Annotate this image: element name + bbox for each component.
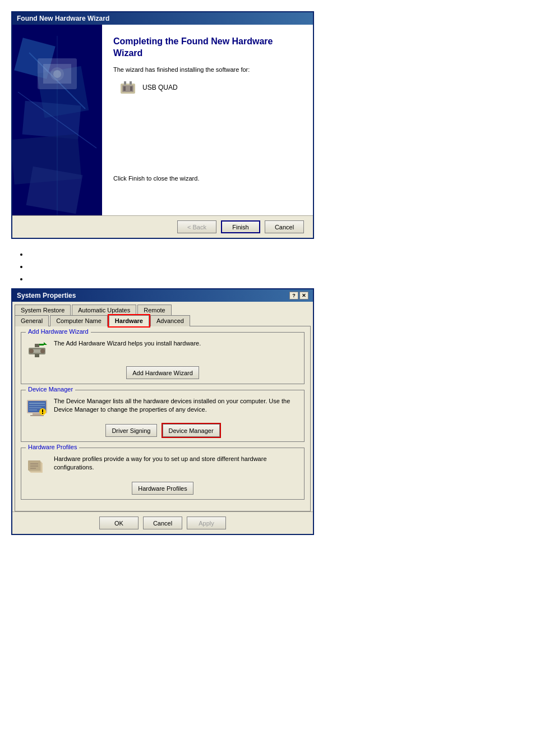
svg-rect-23 <box>35 344 39 347</box>
add-hw-icon <box>26 339 48 362</box>
tab-row-2: General Computer Name Hardware Advanced <box>15 315 311 326</box>
device-manager-button[interactable]: Device Manager <box>163 424 220 437</box>
bullet-3 <box>28 275 507 283</box>
wizard-main-heading: Completing the Found New Hardware Wizard <box>113 36 302 59</box>
wizard-footer: < Back Finish Cancel <box>12 215 313 238</box>
ok-button[interactable]: OK <box>99 517 139 529</box>
wizard-description: The wizard has finished installing the s… <box>113 66 302 73</box>
svg-rect-15 <box>123 86 126 91</box>
svg-marker-25 <box>44 342 47 345</box>
device-mgr-text: The Device Manager lists all the hardwar… <box>54 397 299 414</box>
bullet-2 <box>28 262 507 270</box>
sysprop-title: System Properties <box>17 292 76 299</box>
apply-button[interactable]: Apply <box>187 517 226 529</box>
svg-rect-40 <box>28 460 40 471</box>
hw-profiles-content: Hardware profiles provide a way for you … <box>26 453 299 477</box>
tab-system-restore[interactable]: System Restore <box>15 305 71 315</box>
svg-rect-36 <box>42 409 43 412</box>
svg-rect-18 <box>130 81 132 85</box>
svg-rect-34 <box>30 415 44 416</box>
add-hw-buttons: Add Hardware Wizard <box>26 366 299 379</box>
back-button[interactable]: < Back <box>177 220 216 233</box>
svg-rect-16 <box>130 86 132 91</box>
system-properties-window: System Properties ? ✕ System Restore Aut… <box>11 288 314 535</box>
tab-automatic-updates[interactable]: Automatic Updates <box>72 305 136 315</box>
device-manager-group: Device Manager <box>21 390 305 442</box>
svg-rect-17 <box>124 81 126 85</box>
bullet-1 <box>28 250 507 258</box>
wizard-titlebar: Found New Hardware Wizard <box>12 12 313 25</box>
svg-rect-24 <box>35 354 39 357</box>
add-hardware-wizard-button[interactable]: Add Hardware Wizard <box>126 366 199 379</box>
hw-profiles-icon <box>26 455 48 477</box>
titlebar-buttons: ? ✕ <box>289 292 308 299</box>
add-hardware-wizard-group: Add Hardware Wizard <box>21 332 305 384</box>
wizard-content: Completing the Found New Hardware Wizard… <box>102 25 313 215</box>
svg-rect-26 <box>39 344 44 345</box>
svg-point-22 <box>40 349 45 353</box>
driver-signing-button[interactable]: Driver Signing <box>105 424 156 437</box>
hardware-tab-content: Add Hardware Wizard <box>15 326 311 511</box>
sysprop-cancel-button[interactable]: Cancel <box>143 517 182 529</box>
wizard-sidebar <box>12 25 102 215</box>
add-hw-text: The Add Hardware Wizard helps you instal… <box>54 339 299 348</box>
tab-general[interactable]: General <box>15 315 49 326</box>
svg-point-12 <box>53 70 61 78</box>
hardware-profiles-button[interactable]: Hardware Profiles <box>132 482 193 495</box>
usb-icon <box>119 79 137 96</box>
tab-row-1: System Restore Automatic Updates Remote <box>15 304 311 315</box>
tab-bar: System Restore Automatic Updates Remote … <box>12 302 313 326</box>
hardware-profiles-group: Hardware Profiles Hardware profiles prov… <box>21 448 305 500</box>
finish-button[interactable]: Finish <box>221 220 260 233</box>
device-mgr-buttons: Driver Signing Device Manager <box>26 424 299 437</box>
cancel-button[interactable]: Cancel <box>265 220 304 233</box>
add-hw-content: The Add Hardware Wizard helps you instal… <box>26 337 299 362</box>
wizard-device-name: USB QUAD <box>142 84 178 91</box>
found-new-hardware-wizard: Found New Hardware Wizard <box>11 11 314 239</box>
wizard-title: Found New Hardware Wizard <box>17 15 109 22</box>
sysprop-titlebar: System Properties ? ✕ <box>12 289 313 302</box>
svg-rect-3 <box>22 101 81 139</box>
hw-profiles-group-label: Hardware Profiles <box>26 444 79 450</box>
tab-remote[interactable]: Remote <box>137 305 172 315</box>
add-hw-group-label: Add Hardware Wizard <box>26 328 91 335</box>
wizard-body: Completing the Found New Hardware Wizard… <box>12 25 313 215</box>
wizard-finish-text: Click Finish to close the wizard. <box>113 175 302 182</box>
help-button[interactable]: ? <box>289 292 298 299</box>
wizard-device-row: USB QUAD <box>113 79 302 96</box>
device-mgr-icon <box>26 397 48 420</box>
sysprop-footer: OK Cancel Apply <box>12 511 313 534</box>
bullet-list <box>28 250 507 283</box>
svg-point-21 <box>29 349 34 353</box>
tab-computer-name[interactable]: Computer Name <box>50 315 108 326</box>
device-mgr-content: The Device Manager lists all the hardwar… <box>26 395 299 420</box>
hw-profiles-buttons: Hardware Profiles <box>26 482 299 495</box>
close-button[interactable]: ✕ <box>299 292 308 299</box>
hw-profiles-text: Hardware profiles provide a way for you … <box>54 455 299 472</box>
device-mgr-group-label: Device Manager <box>26 386 75 393</box>
svg-rect-37 <box>42 413 43 414</box>
tab-advanced[interactable]: Advanced <box>150 315 190 326</box>
tab-hardware[interactable]: Hardware <box>109 315 149 326</box>
